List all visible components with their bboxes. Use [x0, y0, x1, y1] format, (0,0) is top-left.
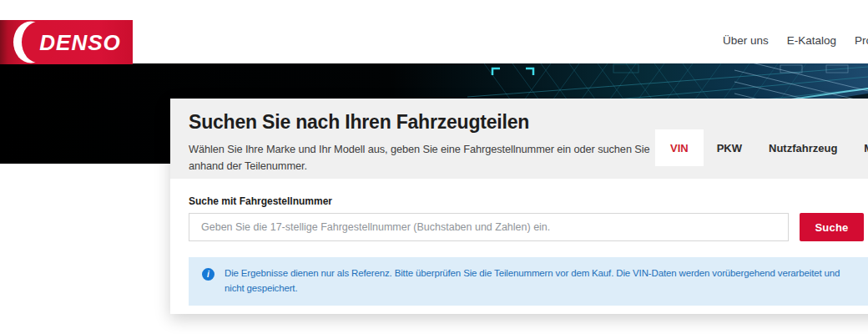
tab-pkw[interactable]: PKW — [704, 129, 755, 166]
vin-search-section: Suche mit Fahrgestellnummer Suche i Die … — [170, 179, 868, 314]
tab-vin[interactable]: VIN — [655, 129, 704, 166]
tab-motorrad[interactable]: Motorrad — [850, 129, 868, 166]
denso-logo[interactable]: DENSO — [0, 20, 133, 64]
search-tab-bar: VIN PKW Nutzfahrzeug Motorrad — [655, 129, 868, 166]
page-subtitle: Wählen Sie Ihre Marke und Ihr Modell aus… — [189, 141, 656, 175]
vin-input[interactable] — [189, 213, 789, 241]
logo-text: DENSO — [39, 30, 120, 55]
tab-nutzfahrzeug[interactable]: Nutzfahrzeug — [755, 129, 850, 166]
main-nav: Über uns E-Katalog Produkte — [723, 34, 868, 47]
search-card-header: Suchen Sie nach Ihren Fahrzeugteilen Wäh… — [170, 99, 868, 179]
vin-search-row: Suche — [189, 213, 868, 241]
nav-item-products[interactable]: Produkte — [855, 34, 868, 47]
search-button[interactable]: Suche — [800, 213, 864, 241]
info-text: Die Ergebnisse dienen nur als Referenz. … — [225, 266, 855, 296]
nav-item-ecatalog[interactable]: E-Katalog — [787, 34, 836, 47]
vin-search-label: Suche mit Fahrgestellnummer — [189, 195, 868, 207]
page-viewport: DENSO Über uns E-Katalog Produkte — [0, 0, 868, 334]
nav-item-about[interactable]: Über uns — [723, 34, 769, 47]
search-card: Suchen Sie nach Ihren Fahrzeugteilen Wäh… — [170, 99, 868, 314]
denso-logo-graphic: DENSO — [0, 20, 133, 64]
site-header: DENSO Über uns E-Katalog Produkte — [0, 0, 868, 63]
info-banner: i Die Ergebnisse dienen nur als Referenz… — [189, 257, 868, 306]
info-icon: i — [202, 268, 214, 281]
